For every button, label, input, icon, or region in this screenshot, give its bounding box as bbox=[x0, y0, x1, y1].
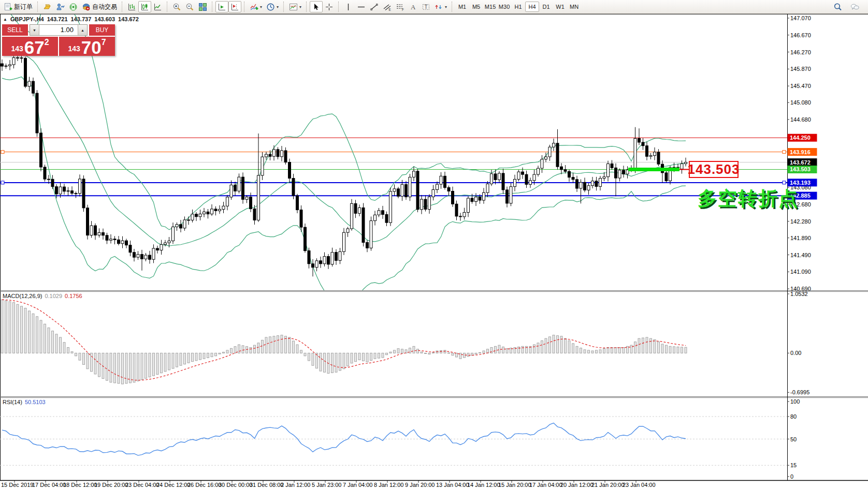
zoom-in-button[interactable] bbox=[170, 1, 183, 12]
line-handle[interactable] bbox=[783, 151, 786, 154]
line-handle[interactable] bbox=[1, 151, 4, 154]
horizontal-line-icon bbox=[357, 3, 366, 11]
zoom-out-icon bbox=[185, 3, 194, 11]
templates-button[interactable]: ▾ bbox=[287, 1, 303, 12]
arrows-icon bbox=[435, 3, 443, 11]
price-axis-tick: 146.670 bbox=[790, 32, 811, 38]
toolbar-separator bbox=[37, 2, 38, 12]
buy-button[interactable]: BUY bbox=[89, 24, 115, 36]
timeframe-button-w1[interactable]: W1 bbox=[553, 2, 567, 12]
tile-windows-button[interactable] bbox=[196, 1, 209, 12]
new-order-icon bbox=[4, 3, 12, 11]
rsi-indicator-label: RSI(14)50.5103 bbox=[3, 399, 46, 405]
timeframe-button-mn[interactable]: MN bbox=[567, 2, 581, 12]
svg-text:143.193: 143.193 bbox=[790, 180, 811, 186]
price-axis-tick: 147.070 bbox=[790, 15, 811, 21]
svg-text:144.250: 144.250 bbox=[790, 135, 811, 141]
chart-shift-button[interactable] bbox=[228, 1, 241, 12]
fibonacci-icon: F bbox=[396, 3, 404, 11]
toolbar-separator bbox=[306, 2, 307, 12]
time-axis-label: 20 Jan 12:00 bbox=[560, 482, 594, 488]
indicators-button[interactable]: ▾ bbox=[248, 1, 264, 12]
svg-text:143.916: 143.916 bbox=[790, 149, 811, 155]
chevron-down-icon: ▾ bbox=[445, 5, 447, 9]
time-axis-label: 30 Dec 00:00 bbox=[219, 482, 252, 488]
timeframe-button-h4[interactable]: H4 bbox=[525, 2, 539, 12]
label-tool-button[interactable]: T bbox=[419, 1, 432, 12]
gold-bar-icon bbox=[43, 3, 52, 11]
svg-text:143.503: 143.503 bbox=[790, 166, 811, 172]
volume-input[interactable]: 1.00 bbox=[39, 25, 78, 35]
new-order-label: 新订单 bbox=[14, 3, 33, 11]
time-axis-label: 18 Dec 12:00 bbox=[63, 482, 97, 488]
periods-button[interactable]: ▾ bbox=[264, 1, 281, 12]
macd-scale-tick: 0.00 bbox=[790, 350, 801, 356]
fibonacci-tool-button[interactable]: F bbox=[394, 1, 407, 12]
toolbar-separator bbox=[283, 2, 284, 12]
zoom-out-button[interactable] bbox=[183, 1, 196, 12]
volume-decrease-button[interactable]: ▼ bbox=[30, 25, 39, 35]
turning-point-annotation[interactable]: 多空转折点 bbox=[698, 186, 799, 212]
candlestick-chart-button[interactable] bbox=[138, 1, 151, 12]
crosshair-icon bbox=[325, 3, 334, 11]
gold-tool-button[interactable] bbox=[41, 1, 54, 12]
search-button[interactable] bbox=[831, 1, 844, 12]
collapse-panel-icon[interactable]: ▲ bbox=[3, 17, 7, 22]
price-callout-label[interactable]: 143.503 bbox=[689, 161, 739, 178]
time-axis-label: 31 Dec 08:00 bbox=[250, 482, 283, 488]
horizontal-line-tool-button[interactable] bbox=[355, 1, 368, 12]
time-axis-label: 8 Jan 12:00 bbox=[374, 482, 404, 488]
crosshair-tool-button[interactable] bbox=[323, 1, 336, 12]
buy-price-button[interactable]: 143 70 7 bbox=[59, 37, 115, 56]
vertical-line-tool-button[interactable] bbox=[342, 1, 355, 12]
mt4-terminal-window: 147.070146.670146.270145.870145.470145.0… bbox=[0, 0, 868, 490]
autotrading-label: 自动交易 bbox=[92, 3, 117, 11]
time-axis-label: 5 Jan 23:00 bbox=[312, 482, 342, 488]
chart-canvas[interactable]: 147.070146.670146.270145.870145.470145.0… bbox=[0, 0, 868, 490]
toolbar-separator bbox=[212, 2, 213, 12]
support-trend-segment[interactable] bbox=[628, 168, 679, 171]
broadcast-button[interactable] bbox=[67, 1, 80, 12]
cursor-tool-button[interactable] bbox=[310, 1, 323, 12]
timeframe-button-m1[interactable]: M1 bbox=[455, 2, 469, 12]
svg-text:F: F bbox=[402, 7, 404, 11]
line-chart-icon bbox=[153, 3, 162, 11]
toolbar-separator bbox=[122, 2, 123, 12]
svg-text:E: E bbox=[389, 7, 392, 11]
timeframe-button-d1[interactable]: D1 bbox=[539, 2, 553, 12]
sell-price-button[interactable]: 143 67 2 bbox=[2, 37, 58, 56]
timeframe-button-h1[interactable]: H1 bbox=[511, 2, 525, 12]
line-chart-button[interactable] bbox=[151, 1, 164, 12]
autotrading-button[interactable]: 自动交易 bbox=[80, 1, 119, 12]
macd-scale-tick: 1.0532 bbox=[790, 291, 808, 297]
auto-scroll-button[interactable] bbox=[215, 1, 228, 12]
symbol-period-label: GBPJPY-,H4 bbox=[10, 16, 44, 22]
macd-indicator-label: MACD(12,26,9)0.10290.1756 bbox=[3, 293, 82, 299]
rsi-scale-tick: 100 bbox=[790, 398, 800, 405]
timeframe-button-m5[interactable]: M5 bbox=[469, 2, 483, 12]
chat-button[interactable] bbox=[848, 1, 861, 12]
rsi-scale-tick: 15 bbox=[790, 462, 797, 468]
sell-button[interactable]: SELL bbox=[2, 24, 28, 36]
trendline-tool-button[interactable] bbox=[368, 1, 381, 12]
buy-price-figure: 143 bbox=[68, 44, 80, 53]
line-handle[interactable] bbox=[1, 181, 4, 184]
toolbar: 新订单 自动交易 ▾ ▾ ▾ E F A T bbox=[0, 0, 868, 14]
auto-scroll-icon bbox=[218, 3, 226, 11]
candlestick-chart-icon bbox=[140, 3, 149, 11]
bar-chart-button[interactable] bbox=[125, 1, 138, 12]
timeframe-button-m30[interactable]: M30 bbox=[497, 2, 511, 12]
arrows-tool-button[interactable]: ▾ bbox=[432, 1, 449, 12]
channel-tool-button[interactable]: E bbox=[381, 1, 394, 12]
rsi-scale-tick: 0 bbox=[790, 473, 793, 480]
market-watch-button[interactable] bbox=[54, 1, 67, 12]
chart-shift-icon bbox=[230, 3, 239, 11]
time-axis-label: 21 Jan 20:00 bbox=[591, 482, 625, 488]
text-label-icon: T bbox=[422, 3, 430, 11]
broadcast-icon bbox=[69, 3, 78, 11]
volume-increase-button[interactable]: ▲ bbox=[78, 25, 87, 35]
text-tool-button[interactable]: A bbox=[407, 1, 419, 12]
new-order-button[interactable]: 新订单 bbox=[2, 1, 35, 12]
line-handle[interactable] bbox=[783, 181, 786, 184]
timeframe-button-m15[interactable]: M15 bbox=[483, 2, 497, 12]
